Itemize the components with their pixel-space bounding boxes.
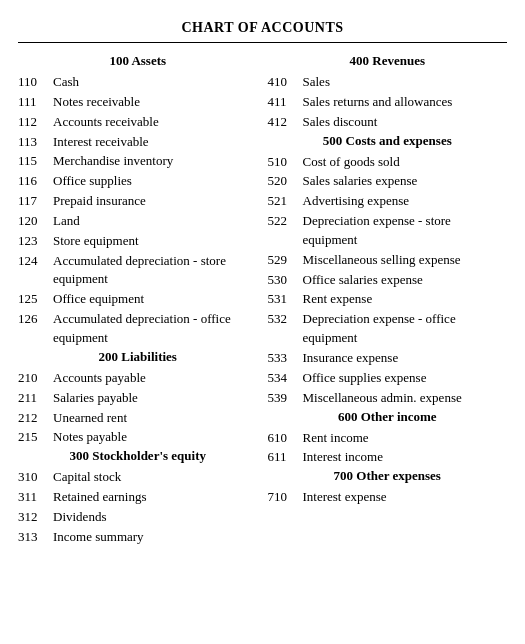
account-number: 710 [268, 488, 298, 507]
account-number: 410 [268, 73, 298, 92]
account-number: 531 [268, 290, 298, 309]
account-name: Rent expense [303, 290, 508, 309]
account-number: 412 [268, 113, 298, 132]
account-row: 120Land [18, 212, 258, 231]
account-number: 125 [18, 290, 48, 309]
account-number: 116 [18, 172, 48, 191]
account-row: 310Capital stock [18, 468, 258, 487]
account-name: Store equipment [53, 232, 258, 251]
account-name: Notes receivable [53, 93, 258, 112]
account-number: 211 [18, 389, 48, 408]
section-header: 300 Stockholder's equity [18, 448, 258, 464]
account-row: 110Cash [18, 73, 258, 92]
account-row: 531Rent expense [268, 290, 508, 309]
account-number: 110 [18, 73, 48, 92]
account-number: 113 [18, 133, 48, 152]
account-row: 313Income summary [18, 528, 258, 547]
account-number: 312 [18, 508, 48, 527]
account-number: 522 [268, 212, 298, 250]
account-name: Rent income [303, 429, 508, 448]
account-row: 410Sales [268, 73, 508, 92]
page-title: CHART OF ACCOUNTS [18, 20, 507, 36]
account-row: 211Salaries payable [18, 389, 258, 408]
account-row: 539Miscellaneous admin. expense [268, 389, 508, 408]
account-number: 310 [18, 468, 48, 487]
account-number: 215 [18, 428, 48, 447]
account-name: Insurance expense [303, 349, 508, 368]
account-number: 521 [268, 192, 298, 211]
section-header: 700 Other expenses [268, 468, 508, 484]
account-row: 215Notes payable [18, 428, 258, 447]
section-header: 200 Liabilities [18, 349, 258, 365]
account-number: 124 [18, 252, 48, 290]
account-row: 532Depreciation expense - office equipme… [268, 310, 508, 348]
account-number: 411 [268, 93, 298, 112]
account-row: 534Office supplies expense [268, 369, 508, 388]
account-number: 126 [18, 310, 48, 348]
account-number: 534 [268, 369, 298, 388]
account-row: 522Depreciation expense - store equipmen… [268, 212, 508, 250]
section-header: 100 Assets [18, 53, 258, 69]
account-number: 313 [18, 528, 48, 547]
account-number: 611 [268, 448, 298, 467]
account-number: 117 [18, 192, 48, 211]
account-number: 120 [18, 212, 48, 231]
account-row: 124Accumulated depreciation - store equi… [18, 252, 258, 290]
account-name: Merchandise inventory [53, 152, 258, 171]
account-name: Income summary [53, 528, 258, 547]
account-number: 111 [18, 93, 48, 112]
account-row: 412Sales discount [268, 113, 508, 132]
account-row: 212Unearned rent [18, 409, 258, 428]
account-row: 529Miscellaneous selling expense [268, 251, 508, 270]
account-name: Notes payable [53, 428, 258, 447]
account-row: 112Accounts receivable [18, 113, 258, 132]
account-row: 533Insurance expense [268, 349, 508, 368]
account-row: 125Office equipment [18, 290, 258, 309]
account-row: 312Dividends [18, 508, 258, 527]
account-number: 532 [268, 310, 298, 348]
account-name: Salaries payable [53, 389, 258, 408]
account-name: Advertising expense [303, 192, 508, 211]
account-number: 510 [268, 153, 298, 172]
account-name: Unearned rent [53, 409, 258, 428]
account-name: Office supplies [53, 172, 258, 191]
account-row: 710Interest expense [268, 488, 508, 507]
account-number: 311 [18, 488, 48, 507]
section-header: 500 Costs and expenses [268, 133, 508, 149]
account-number: 529 [268, 251, 298, 270]
title-divider [18, 42, 507, 43]
account-number: 112 [18, 113, 48, 132]
account-name: Depreciation expense - office equipment [303, 310, 508, 348]
account-row: 117Prepaid insurance [18, 192, 258, 211]
account-row: 311Retained earnings [18, 488, 258, 507]
account-name: Sales discount [303, 113, 508, 132]
section-header: 600 Other income [268, 409, 508, 425]
account-name: Accounts payable [53, 369, 258, 388]
account-name: Office supplies expense [303, 369, 508, 388]
account-name: Sales salaries expense [303, 172, 508, 191]
account-number: 212 [18, 409, 48, 428]
account-name: Accounts receivable [53, 113, 258, 132]
account-number: 115 [18, 152, 48, 171]
account-number: 210 [18, 369, 48, 388]
account-row: 210Accounts payable [18, 369, 258, 388]
account-row: 510Cost of goods sold [268, 153, 508, 172]
right-column: 400 Revenues410Sales411Sales returns and… [268, 53, 508, 548]
account-name: Office equipment [53, 290, 258, 309]
account-name: Depreciation expense - store equipment [303, 212, 508, 250]
account-number: 539 [268, 389, 298, 408]
account-row: 115Merchandise inventory [18, 152, 258, 171]
account-name: Interest income [303, 448, 508, 467]
account-name: Cash [53, 73, 258, 92]
account-row: 111Notes receivable [18, 93, 258, 112]
left-column: 100 Assets110Cash111Notes receivable112A… [18, 53, 258, 548]
account-name: Cost of goods sold [303, 153, 508, 172]
account-name: Accumulated depreciation - office equipm… [53, 310, 258, 348]
account-number: 123 [18, 232, 48, 251]
account-number: 610 [268, 429, 298, 448]
account-name: Prepaid insurance [53, 192, 258, 211]
account-name: Land [53, 212, 258, 231]
account-name: Interest expense [303, 488, 508, 507]
account-name: Capital stock [53, 468, 258, 487]
account-row: 520Sales salaries expense [268, 172, 508, 191]
